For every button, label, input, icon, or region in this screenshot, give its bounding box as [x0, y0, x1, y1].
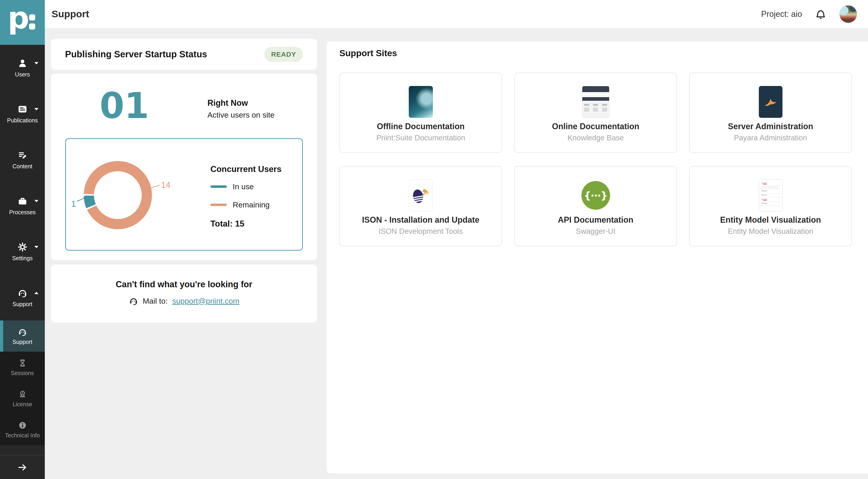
- site-card-subtitle: Priint:Suite Documentation: [376, 133, 465, 142]
- remaining-swatch: [210, 203, 227, 206]
- arrow-right-icon: [17, 462, 28, 473]
- site-card-subtitle: Payara Administration: [734, 133, 807, 142]
- site-card-entity-model-visualization[interactable]: Entity Model Visualization Entity Model …: [689, 166, 852, 246]
- expand-sidebar-button[interactable]: [0, 455, 45, 479]
- chart-title: Concurrent Users: [210, 164, 282, 174]
- in-use-value-label: 1: [71, 199, 76, 209]
- sidebar-item-users[interactable]: Users: [0, 45, 45, 91]
- publications-icon: [17, 104, 28, 115]
- payara-fish-logo: [759, 86, 782, 118]
- site-card-api-documentation[interactable]: {···} API Documentation Swagger-UI: [514, 166, 677, 246]
- site-card-offline-documentation[interactable]: Offline Documentation Priint:Suite Docum…: [339, 72, 502, 153]
- right-now-label: Right Now: [208, 98, 275, 108]
- site-card-title: API Documentation: [558, 215, 633, 225]
- startup-status-card: Publishing Server Startup Status READY: [51, 39, 317, 70]
- site-card-subtitle: Entity Model Visualization: [728, 227, 813, 236]
- sidebar-item-label: Support: [12, 301, 33, 308]
- priint-logo: p: [0, 0, 45, 45]
- headset-icon: [17, 288, 28, 298]
- entity-model-thumbnail: [759, 180, 782, 211]
- content-edit-icon: [17, 150, 28, 160]
- sidebar-item-label: Processes: [9, 209, 36, 216]
- concurrent-users-chart: 14 1 Concurrent Users In use Remaining T…: [65, 138, 303, 251]
- in-use-swatch: [210, 185, 227, 188]
- site-card-title: Entity Model Visualization: [720, 215, 821, 225]
- swagger-logo: {···}: [581, 181, 610, 210]
- logo-colon-dot: [29, 24, 35, 30]
- legend-item-remaining: Remaining: [210, 200, 270, 209]
- hourglass-icon: [18, 358, 27, 368]
- sidebar-item-settings[interactable]: Settings: [0, 229, 45, 275]
- help-card: Can't find what you're looking for Mail …: [51, 264, 317, 323]
- sidebar-item-content[interactable]: Content: [0, 137, 45, 183]
- bell-icon[interactable]: [815, 8, 827, 20]
- site-card-title: ISON - Installation and Update: [362, 215, 479, 225]
- chart-total-label: Total: 15: [210, 219, 244, 229]
- sidebar-subitem-label: Sessions: [11, 370, 34, 376]
- sidebar-support-submenu: Support Sessions License Technical Info: [0, 320, 45, 445]
- legend-label: Remaining: [233, 200, 270, 209]
- sidebar-item-publications[interactable]: Publications: [0, 91, 45, 137]
- site-card-subtitle: ISON Development Tools: [379, 227, 463, 236]
- sidebar-subitem-label: Technical Info: [5, 432, 40, 439]
- mail-to-label: Mail to:: [143, 296, 168, 306]
- license-award-icon: [18, 389, 27, 399]
- sidebar-subitem-support-active[interactable]: Support: [0, 320, 45, 352]
- eclipse-logo: [409, 180, 433, 211]
- sidebar-subitem-sessions[interactable]: Sessions: [0, 352, 45, 383]
- active-users-count: 01: [100, 85, 149, 126]
- sidebar-item-label: Content: [12, 163, 33, 170]
- site-card-subtitle: Swagger-UI: [576, 227, 615, 236]
- webpage-thumbnail: [582, 86, 609, 118]
- donut-labels: 14 1: [66, 139, 302, 251]
- remaining-value-label: 14: [161, 180, 170, 190]
- sidebar-subitem-label: License: [12, 401, 32, 408]
- logo-colon-dot: [29, 14, 35, 21]
- site-card-subtitle: Knowledge Base: [567, 133, 624, 142]
- chevron-down-icon: [34, 200, 38, 202]
- project-label: Project: aio: [761, 9, 802, 19]
- sidebar-subitem-label: Support: [12, 339, 33, 345]
- support-sites-grid: Offline Documentation Priint:Suite Docum…: [339, 72, 852, 246]
- chevron-down-icon: [34, 246, 38, 248]
- legend-item-in-use: In use: [210, 182, 254, 191]
- briefcase-icon: [17, 196, 28, 206]
- help-card-title: Can't find what you're looking for: [51, 280, 317, 289]
- support-email-link[interactable]: support@priint.com: [172, 296, 239, 306]
- site-card-server-administration[interactable]: Server Administration Payara Administrat…: [689, 72, 852, 153]
- sidebar-subitem-license[interactable]: License: [0, 383, 45, 414]
- site-card-ison-installation[interactable]: ISON - Installation and Update ISON Deve…: [339, 166, 502, 246]
- support-sites-title: Support Sites: [339, 48, 397, 58]
- topbar: Support Project: aio: [45, 0, 868, 28]
- swagger-braces-glyph: {···}: [584, 190, 607, 201]
- headset-icon: [129, 296, 138, 306]
- active-users-sublabel: Active users on site: [208, 110, 275, 119]
- sidebar-subitem-technical-info[interactable]: Technical Info: [0, 414, 45, 445]
- support-sites-panel: Support Sites Offline Documentation Prii…: [327, 41, 868, 473]
- chevron-up-icon: [34, 292, 38, 294]
- status-badge: READY: [264, 47, 303, 62]
- page-title: Support: [52, 8, 89, 20]
- active-users-card: 01 Right Now Active users on site 14 1 C…: [51, 74, 317, 260]
- sidebar-footer: [0, 445, 45, 479]
- user-icon: [17, 58, 28, 68]
- site-card-online-documentation[interactable]: Online Documentation Knowledge Base: [514, 72, 677, 153]
- chevron-down-icon: [34, 62, 38, 64]
- sidebar-item-label: Users: [15, 71, 30, 78]
- startup-status-title: Publishing Server Startup Status: [65, 49, 207, 59]
- site-card-title: Server Administration: [728, 122, 813, 131]
- info-icon: [18, 420, 27, 430]
- logo-letter: p: [8, 0, 29, 35]
- sidebar-item-processes[interactable]: Processes: [0, 183, 45, 229]
- sidebar-item-support[interactable]: Support: [0, 275, 45, 320]
- headset-icon: [18, 327, 27, 337]
- earth-thumbnail: [409, 86, 433, 118]
- avatar[interactable]: [839, 5, 857, 23]
- sidebar: p Users Publications Content Processes: [0, 0, 45, 479]
- sidebar-nav: Users Publications Content Processes Set…: [0, 45, 45, 320]
- chevron-down-icon: [34, 108, 38, 110]
- gear-icon: [17, 242, 28, 252]
- legend-label: In use: [233, 182, 254, 191]
- sidebar-item-label: Publications: [7, 117, 38, 124]
- site-card-title: Offline Documentation: [377, 122, 465, 131]
